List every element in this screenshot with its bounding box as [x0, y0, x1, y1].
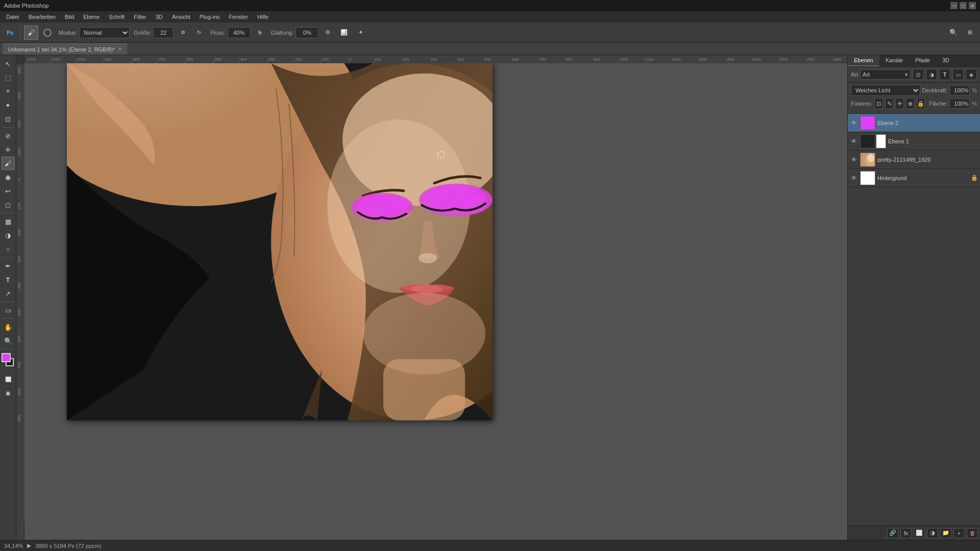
layers-list: 👁 Ebene 2 👁 Ebene 1 👁: [848, 114, 980, 525]
airbrush-button[interactable]: 🖱: [253, 26, 267, 40]
dodge-tool-button[interactable]: ○: [2, 242, 15, 256]
lock-artboard-button[interactable]: ⊕: [906, 98, 915, 109]
shape-tool-button[interactable]: ▭: [2, 304, 15, 317]
text-layer-filter[interactable]: T: [939, 69, 950, 80]
svg-text:600: 600: [512, 57, 519, 62]
gradient-tool-button[interactable]: ▩: [2, 215, 15, 228]
layer-visibility-ebene1[interactable]: 👁: [850, 137, 858, 145]
svg-text:700: 700: [539, 57, 546, 62]
menu-3d[interactable]: 3D: [152, 13, 167, 21]
document-tab[interactable]: Unbenannt-1 bei 34,1% (Ebene 2, RGB/8)* …: [2, 43, 128, 55]
layer-opacity-input[interactable]: [949, 85, 970, 95]
close-button[interactable]: ✕: [969, 2, 976, 9]
tab-pfade[interactable]: Pfade: [909, 55, 936, 66]
layer-visibility-hintergrund[interactable]: 👁: [850, 174, 858, 182]
lock-position-button[interactable]: ✛: [895, 98, 904, 109]
svg-text:300: 300: [17, 256, 21, 263]
layer-thumb-photo: [860, 153, 875, 167]
menu-fenster[interactable]: Fenster: [225, 13, 252, 21]
layer-row-ebene1[interactable]: 👁 Ebene 1: [848, 132, 980, 151]
smart-object-filter[interactable]: ◈: [966, 69, 977, 80]
layer-visibility-ebene2[interactable]: 👁: [850, 119, 858, 127]
search-button[interactable]: 🔍: [946, 26, 961, 40]
layer-fill-input[interactable]: [949, 98, 970, 109]
layer-thumb-ebene1-main: [860, 134, 875, 148]
svg-text:-500: -500: [213, 57, 222, 62]
svg-text:1600: 1600: [779, 57, 788, 62]
home-button[interactable]: Ps: [3, 26, 17, 40]
layer-blend-mode-select[interactable]: Weiches Licht Normal Multiplizieren Über…: [851, 85, 920, 96]
minimize-button[interactable]: ─: [950, 2, 958, 9]
brush-size-input[interactable]: 22: [153, 27, 174, 38]
brush-tool-button[interactable]: 🖌: [2, 157, 15, 170]
maximize-button[interactable]: □: [960, 2, 967, 9]
layer-name-photo: pretty-2111499_1920: [877, 157, 978, 163]
history-brush-button[interactable]: ↩: [2, 184, 15, 197]
menu-plugins[interactable]: Plug-ins: [195, 13, 224, 21]
filter-dropdown[interactable]: Art ▾: [860, 69, 911, 80]
layer-row-photo[interactable]: 👁 pretty-2111499_1920: [848, 151, 980, 169]
new-layer-button[interactable]: +: [953, 528, 965, 538]
brush-size-indicator[interactable]: [40, 26, 55, 40]
brush-settings-button[interactable]: ⚙: [176, 26, 190, 40]
lasso-tool-button[interactable]: ⌖: [2, 85, 15, 98]
pen-tool-button[interactable]: ✒: [2, 259, 15, 272]
marquee-tool-button[interactable]: ⬚: [2, 71, 15, 84]
layer-visibility-photo[interactable]: 👁: [850, 156, 858, 164]
hand-tool-button[interactable]: ✋: [2, 320, 15, 334]
canvas-workspace[interactable]: [24, 63, 847, 540]
link-layers-button[interactable]: 🔗: [887, 528, 898, 538]
layer-thumb-hintergrund: [860, 171, 875, 185]
eyedropper-tool-button[interactable]: ⊘: [2, 129, 15, 142]
menu-ebene[interactable]: Ebene: [79, 13, 104, 21]
quick-select-tool-button[interactable]: ✦: [2, 98, 15, 112]
text-tool-button[interactable]: T: [2, 273, 15, 286]
healing-tool-button[interactable]: ✛: [2, 143, 15, 156]
pressure-button[interactable]: 📊: [337, 26, 351, 40]
foreground-color-swatch[interactable]: [2, 353, 11, 362]
menu-datei[interactable]: Datei: [2, 13, 23, 21]
eraser-tool-button[interactable]: ◻: [2, 198, 15, 211]
shape-layer-filter[interactable]: ▭: [952, 69, 964, 80]
flow-input[interactable]: [228, 27, 251, 38]
crop-tool-button[interactable]: ⊡: [2, 112, 15, 126]
workspace-button[interactable]: ⊞: [963, 26, 977, 40]
adjustment-button[interactable]: ◑: [927, 528, 938, 538]
pixel-layer-filter[interactable]: ⊡: [913, 69, 924, 80]
brush-icon-button[interactable]: 🖌: [24, 26, 38, 40]
adjustment-layer-filter[interactable]: ◑: [926, 69, 937, 80]
layer-mask-button[interactable]: ⬜: [914, 528, 925, 538]
delete-layer-button[interactable]: 🗑: [967, 528, 978, 538]
smoothing-options-button[interactable]: ⚙: [321, 26, 335, 40]
tab-kanaele[interactable]: Kanäle: [879, 55, 909, 66]
layer-style-button[interactable]: fx: [900, 528, 912, 538]
menu-ansicht[interactable]: Ansicht: [168, 13, 194, 21]
brush-angle-button[interactable]: ↻: [192, 26, 206, 40]
zoom-tool-button[interactable]: 🔍: [2, 334, 15, 347]
group-button[interactable]: 📁: [940, 528, 951, 538]
menu-hilfe[interactable]: Hilfe: [253, 13, 273, 21]
tab-close-button[interactable]: ✕: [118, 46, 122, 52]
smoothing-input[interactable]: [296, 27, 318, 38]
svg-rect-47: [16, 63, 24, 522]
clone-tool-button[interactable]: ◉: [2, 170, 15, 184]
layer-row-hintergrund[interactable]: 👁 Hintergrund 🔒: [848, 169, 980, 187]
menu-schrift[interactable]: Schrift: [105, 13, 129, 21]
path-select-button[interactable]: ↗: [2, 287, 15, 300]
lock-transparent-button[interactable]: ⊡: [874, 98, 883, 109]
svg-text:-1200: -1200: [26, 57, 36, 62]
lock-all-button[interactable]: 🔒: [917, 98, 925, 109]
blend-mode-select[interactable]: Normal Multiplizieren Weiches Licht: [79, 27, 130, 38]
menu-filter[interactable]: Filter: [130, 13, 150, 21]
tab-ebenen[interactable]: Ebenen: [848, 55, 879, 66]
move-tool-button[interactable]: ↖: [2, 57, 15, 70]
layer-row-ebene2[interactable]: 👁 Ebene 2: [848, 114, 980, 132]
menu-bild[interactable]: Bild: [61, 13, 78, 21]
tab-3d[interactable]: 3D: [936, 55, 955, 66]
screen-mode-button[interactable]: ▣: [2, 386, 15, 399]
quick-mask-button[interactable]: ⬜: [2, 372, 15, 386]
blur-tool-button[interactable]: ◑: [2, 229, 15, 242]
lock-pixels-button[interactable]: ✎: [885, 98, 894, 109]
symmetry-button[interactable]: ✦: [353, 26, 368, 40]
menu-bearbeiten[interactable]: Bearbeiten: [24, 13, 60, 21]
